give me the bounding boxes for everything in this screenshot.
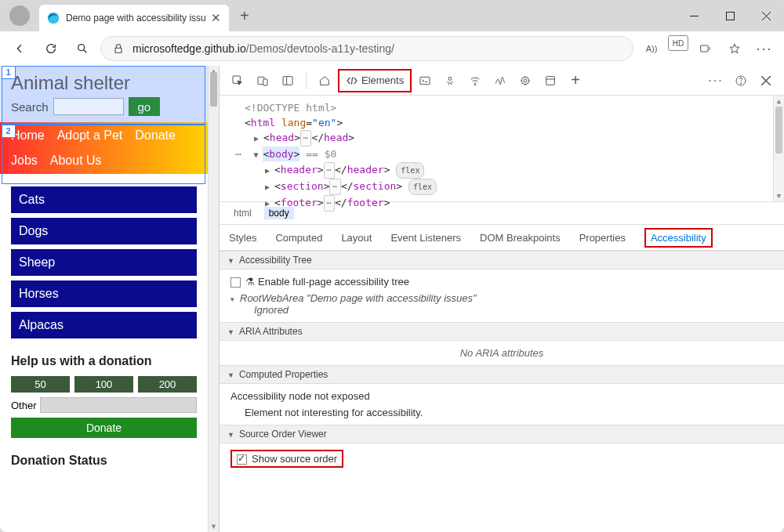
welcome-tab-icon[interactable] [313, 69, 336, 92]
svg-rect-8 [701, 45, 708, 52]
show-source-order-checkbox[interactable] [237, 454, 247, 465]
dom-scrollbar[interactable]: ▲ ▼ [773, 96, 784, 201]
cat-cats[interactable]: Cats [11, 186, 197, 213]
enable-full-tree-checkbox[interactable] [230, 277, 241, 288]
not-interesting-text: Element not interesting for accessibilit… [230, 407, 773, 418]
no-aria-text: No ARIA attributes [220, 341, 784, 365]
dom-doctype: <!DOCTYPE html> [230, 100, 773, 115]
url-host: microsoftedge.github.io [132, 42, 246, 55]
elements-subtabs: Styles Computed Layout Event Listeners D… [220, 224, 784, 251]
svg-point-5 [78, 45, 85, 51]
svg-rect-2 [726, 12, 734, 20]
new-tab-button[interactable]: + [234, 7, 256, 25]
scroll-down-icon[interactable]: ▼ [209, 521, 219, 532]
subtab-accessibility[interactable]: Accessibility [644, 228, 713, 248]
other-input[interactable] [40, 397, 197, 413]
subtab-layout[interactable]: Layout [341, 232, 372, 244]
svg-point-18 [524, 79, 527, 82]
reading-mode-button[interactable]: A)) [638, 35, 665, 62]
scroll-up-icon[interactable]: ▲ [774, 96, 784, 107]
devtools-close-icon[interactable] [754, 69, 778, 92]
help-icon[interactable] [729, 69, 753, 92]
sources-tab-icon[interactable] [438, 69, 462, 92]
show-source-order-label: Show source order [252, 453, 337, 465]
application-tab-icon[interactable] [539, 69, 562, 92]
not-exposed-text: Accessibility node not exposed [230, 390, 773, 402]
browser-titlebar: Demo page with accessibility issu ✕ + [0, 0, 784, 31]
profile-avatar[interactable] [9, 5, 30, 26]
svg-rect-12 [283, 76, 292, 85]
cat-sheep[interactable]: Sheep [11, 249, 197, 276]
devtools-toolbar: Elements + ··· [220, 66, 784, 96]
search-button[interactable] [69, 35, 96, 62]
devtools-pane: Elements + ··· <!DOCTYPE html> <html lan… [220, 66, 784, 532]
flask-icon: ⚗ [245, 276, 255, 288]
amount-100[interactable]: 100 [74, 376, 133, 393]
other-label: Other [11, 400, 37, 411]
donation-status-heading: Donation Status [11, 454, 197, 468]
cat-dogs[interactable]: Dogs [11, 218, 197, 244]
accessibility-panel: Accessibility Tree ⚗Enable full-page acc… [220, 251, 784, 532]
root-web-area[interactable]: RootWebArea "Demo page with accessibilit… [240, 292, 477, 304]
tab-close-icon[interactable]: ✕ [211, 11, 221, 25]
console-tab-icon[interactable] [413, 69, 437, 92]
svg-point-22 [740, 82, 741, 83]
svg-rect-7 [115, 48, 122, 52]
scroll-thumb[interactable] [775, 107, 782, 154]
dock-side-icon[interactable] [276, 69, 299, 92]
amount-200[interactable]: 200 [138, 376, 197, 393]
dom-tree[interactable]: <!DOCTYPE html> <html lang="en"> ▶<head>… [220, 96, 784, 201]
svg-rect-11 [263, 79, 267, 85]
page-scrollbar[interactable]: ▲ ▼ [208, 66, 219, 532]
device-emulation-icon[interactable] [251, 69, 274, 92]
subtab-properties[interactable]: Properties [579, 232, 626, 244]
lock-icon [112, 42, 125, 55]
memory-tab-icon[interactable] [514, 69, 537, 92]
devtools-more-icon[interactable]: ··· [704, 69, 728, 92]
more-tabs-button[interactable]: + [564, 69, 587, 92]
computed-props-heading[interactable]: Computed Properties [220, 365, 784, 384]
maximize-button[interactable] [712, 0, 748, 31]
source-order-heading[interactable]: Source Order Viewer [220, 425, 784, 443]
performance-tab-icon[interactable] [488, 69, 512, 92]
close-window-button[interactable] [748, 0, 784, 31]
tab-title: Demo page with accessibility issu [66, 13, 206, 24]
subtab-dom-breakpoints[interactable]: DOM Breakpoints [480, 232, 561, 244]
subtab-styles[interactable]: Styles [229, 232, 256, 244]
favorites-button[interactable] [721, 35, 748, 62]
source-order-overlay-2: 2 [2, 125, 205, 184]
code-icon [346, 74, 358, 87]
cat-horses[interactable]: Horses [11, 280, 197, 307]
subtab-event-listeners[interactable]: Event Listeners [390, 232, 461, 244]
aria-attrs-heading[interactable]: ARIA Attributes [220, 322, 784, 341]
donate-button[interactable]: Donate [11, 418, 197, 438]
scroll-down-icon[interactable]: ▼ [774, 190, 784, 201]
amount-50[interactable]: 50 [11, 376, 70, 393]
network-tab-icon[interactable] [463, 69, 487, 92]
category-list: Cats Dogs Sheep Horses Alpacas [11, 186, 197, 338]
hd-button[interactable]: HD [668, 35, 688, 51]
back-button[interactable] [6, 35, 33, 62]
edge-icon [47, 12, 60, 24]
a11y-tree-heading[interactable]: Accessibility Tree [220, 251, 784, 270]
page-viewport: Animal shelter Search go Home Adopt a Pe… [0, 66, 220, 532]
url-path: /Demos/devtools-a11y-testing/ [246, 42, 394, 55]
donation-heading: Help us with a donation [11, 354, 197, 368]
browser-tab[interactable]: Demo page with accessibility issu ✕ [39, 5, 229, 31]
elements-tab[interactable]: Elements [338, 69, 412, 92]
more-button[interactable]: ··· [751, 35, 778, 62]
scroll-thumb[interactable] [210, 72, 217, 107]
address-bar[interactable]: microsoftedge.github.io/Demos/devtools-a… [100, 36, 633, 61]
inspect-element-icon[interactable] [226, 69, 249, 92]
subtab-computed[interactable]: Computed [275, 232, 322, 244]
svg-line-6 [84, 50, 86, 52]
enable-full-tree-label: Enable full-page accessibility tree [258, 276, 409, 288]
read-aloud-button[interactable] [691, 35, 718, 62]
minimize-button[interactable] [676, 0, 712, 31]
svg-rect-14 [420, 77, 430, 84]
cat-alpacas[interactable]: Alpacas [11, 312, 197, 338]
browser-toolbar: microsoftedge.github.io/Demos/devtools-a… [0, 31, 784, 66]
svg-point-15 [448, 77, 452, 80]
refresh-button[interactable] [38, 35, 64, 62]
svg-rect-19 [546, 76, 555, 85]
